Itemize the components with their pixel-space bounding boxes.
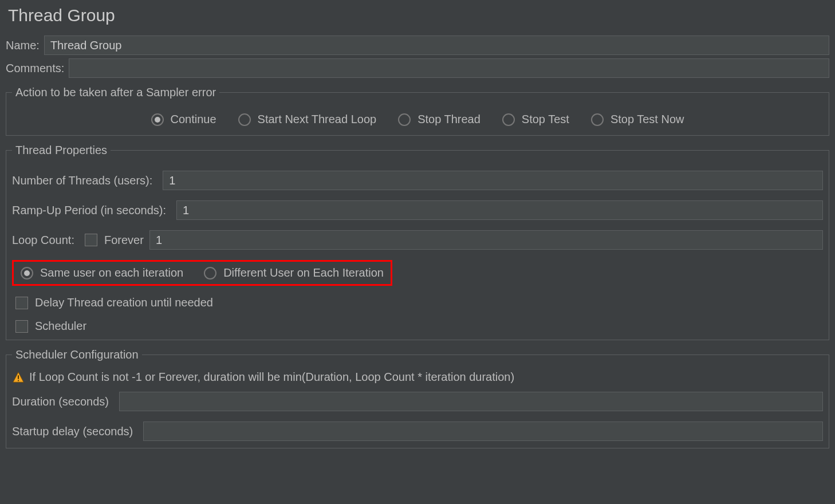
- thread-properties-legend: Thread Properties: [12, 144, 111, 157]
- radio-icon: [591, 113, 604, 126]
- radio-label: Same user on each iteration: [40, 266, 183, 279]
- duration-input[interactable]: [119, 392, 823, 411]
- radio-icon: [204, 267, 216, 279]
- startup-delay-label: Startup delay (seconds): [12, 425, 133, 438]
- radio-stop-test[interactable]: Stop Test: [502, 113, 569, 126]
- radio-icon: [398, 113, 411, 126]
- ramp-up-input[interactable]: [176, 200, 823, 220]
- loop-count-input[interactable]: [149, 230, 823, 250]
- svg-rect-2: [18, 380, 19, 381]
- radio-icon: [502, 113, 515, 126]
- user-iteration-highlight: Same user on each iteration Different Us…: [12, 260, 392, 286]
- delay-thread-checkbox[interactable]: Delay Thread creation until needed: [15, 296, 213, 309]
- checkbox-icon: [15, 320, 28, 333]
- comments-input[interactable]: [69, 58, 829, 78]
- scheduler-config-legend: Scheduler Configuration: [12, 348, 142, 361]
- duration-label: Duration (seconds): [12, 395, 109, 408]
- svg-rect-1: [18, 375, 19, 379]
- radio-label: Start Next Thread Loop: [258, 113, 377, 126]
- radio-label: Stop Test: [522, 113, 569, 126]
- num-threads-label: Number of Threads (users):: [12, 174, 152, 187]
- loop-count-label: Loop Count:: [12, 234, 74, 247]
- warning-icon: [12, 371, 25, 384]
- forever-label: Forever: [104, 234, 144, 247]
- scheduler-note: If Loop Count is not -1 or Forever, dura…: [29, 371, 514, 384]
- forever-checkbox[interactable]: Forever: [85, 234, 144, 247]
- radio-stop-test-now[interactable]: Stop Test Now: [591, 113, 684, 126]
- radio-icon: [238, 113, 251, 126]
- radio-label: Stop Thread: [418, 113, 480, 126]
- startup-delay-input[interactable]: [143, 422, 823, 441]
- error-action-group: Action to be taken after a Sampler error…: [6, 86, 829, 136]
- name-input[interactable]: [44, 36, 829, 55]
- radio-different-user[interactable]: Different User on Each Iteration: [204, 266, 384, 279]
- page-title: Thread Group: [6, 6, 829, 25]
- radio-label: Stop Test Now: [611, 113, 684, 126]
- comments-label: Comments:: [6, 62, 64, 75]
- delay-thread-label: Delay Thread creation until needed: [35, 296, 213, 309]
- radio-label: Different User on Each Iteration: [223, 266, 384, 279]
- radio-label: Continue: [171, 113, 216, 126]
- num-threads-input[interactable]: [163, 171, 823, 190]
- radio-same-user[interactable]: Same user on each iteration: [21, 266, 183, 279]
- thread-properties-group: Thread Properties Number of Threads (use…: [6, 144, 829, 340]
- scheduler-config-group: Scheduler Configuration If Loop Count is…: [6, 348, 829, 448]
- name-label: Name:: [6, 39, 40, 52]
- checkbox-icon: [15, 297, 28, 309]
- scheduler-label: Scheduler: [35, 320, 86, 333]
- radio-icon: [21, 267, 33, 279]
- scheduler-checkbox[interactable]: Scheduler: [15, 320, 86, 333]
- checkbox-icon: [85, 234, 97, 246]
- error-action-legend: Action to be taken after a Sampler error: [12, 86, 219, 99]
- ramp-up-label: Ramp-Up Period (in seconds):: [12, 204, 166, 217]
- radio-start-next-loop[interactable]: Start Next Thread Loop: [238, 113, 377, 126]
- radio-icon: [151, 113, 164, 126]
- radio-stop-thread[interactable]: Stop Thread: [398, 113, 480, 126]
- radio-continue[interactable]: Continue: [151, 113, 216, 126]
